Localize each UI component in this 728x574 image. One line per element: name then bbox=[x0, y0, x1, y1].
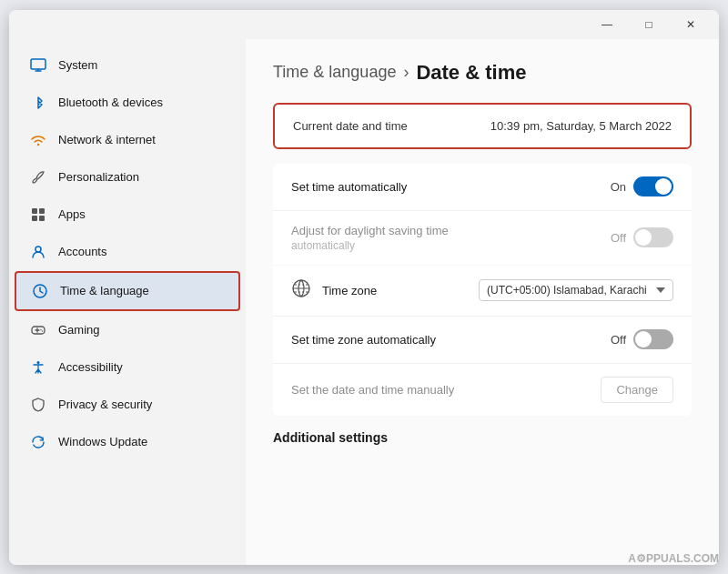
svg-rect-4 bbox=[32, 216, 37, 221]
setting-label-timezone-auto: Set time zone automatically bbox=[291, 333, 611, 347]
minimize-button[interactable]: — bbox=[586, 10, 628, 39]
setting-label-set-time-auto: Set time automatically bbox=[291, 180, 611, 194]
brush-icon bbox=[29, 168, 47, 186]
additional-settings-title: Additional settings bbox=[273, 430, 692, 445]
timezone-control: (UTC+05:00) Islamabad, Karachi bbox=[479, 279, 673, 301]
sidebar-item-network[interactable]: Network & internet bbox=[15, 122, 240, 158]
apps-icon bbox=[29, 206, 47, 224]
breadcrumb: Time & language › Date & time bbox=[273, 61, 692, 85]
wifi-icon bbox=[29, 131, 47, 149]
bluetooth-icon bbox=[29, 94, 47, 112]
toggle-daylight[interactable] bbox=[633, 227, 673, 247]
timezone-icon bbox=[291, 278, 311, 303]
svg-rect-0 bbox=[31, 59, 46, 69]
setting-control-daylight: Off bbox=[611, 227, 673, 247]
breadcrumb-chevron: › bbox=[403, 63, 409, 82]
svg-point-9 bbox=[40, 328, 41, 329]
setting-row-timezone: Time zone (UTC+05:00) Islamabad, Karachi bbox=[273, 266, 692, 317]
sidebar-item-gaming[interactable]: Gaming bbox=[15, 312, 240, 348]
content-area: System Bluetooth & devices bbox=[9, 39, 719, 565]
toggle-set-time-auto[interactable] bbox=[633, 176, 673, 196]
sidebar-item-personalization[interactable]: Personalization bbox=[15, 159, 240, 196]
sidebar-label-accounts: Accounts bbox=[58, 245, 106, 258]
sidebar-item-apps[interactable]: Apps bbox=[15, 196, 240, 233]
sidebar-label-accessibility: Accessibility bbox=[58, 360, 123, 374]
datetime-label: Current date and time bbox=[293, 119, 408, 133]
toggle-timezone-auto[interactable] bbox=[633, 329, 673, 349]
timezone-select[interactable]: (UTC+05:00) Islamabad, Karachi bbox=[479, 279, 673, 301]
sidebar-item-system[interactable]: System bbox=[15, 47, 240, 84]
maximize-button[interactable]: □ bbox=[628, 10, 670, 39]
toggle-on-label-time-auto: On bbox=[611, 180, 626, 194]
main-content: Time & language › Date & time Current da… bbox=[246, 39, 719, 565]
setting-control-manual: Change bbox=[601, 377, 673, 403]
toggle-off-label-daylight: Off bbox=[611, 231, 626, 245]
sidebar-item-privacy[interactable]: Privacy & security bbox=[15, 387, 240, 423]
timezone-label: Time zone bbox=[322, 284, 479, 297]
sidebar-item-update[interactable]: Windows Update bbox=[15, 424, 240, 460]
breadcrumb-current: Date & time bbox=[416, 61, 526, 85]
settings-section: Set time automatically On Adjust for day… bbox=[273, 164, 692, 416]
gaming-icon bbox=[29, 321, 47, 339]
svg-point-11 bbox=[37, 361, 40, 364]
setting-row-manual: Set the date and time manually Change bbox=[273, 364, 692, 416]
setting-row-timezone-auto: Set time zone automatically Off bbox=[273, 317, 692, 364]
setting-control-set-time-auto: On bbox=[611, 176, 673, 196]
breadcrumb-parent: Time & language bbox=[273, 63, 396, 82]
svg-rect-2 bbox=[32, 208, 37, 214]
sidebar-label-personalization: Personalization bbox=[58, 170, 139, 184]
sidebar-label-time: Time & language bbox=[60, 284, 149, 297]
toggle-off-label-timezone: Off bbox=[611, 333, 626, 347]
svg-point-1 bbox=[37, 143, 39, 145]
sidebar-label-network: Network & internet bbox=[58, 133, 156, 146]
change-button[interactable]: Change bbox=[601, 377, 673, 403]
sidebar-item-accounts[interactable]: Accounts bbox=[15, 234, 240, 270]
setting-row-daylight: Adjust for daylight saving time automati… bbox=[273, 211, 692, 266]
toggle-knob-time-auto bbox=[655, 178, 672, 195]
person-icon bbox=[29, 243, 47, 261]
accessibility-icon bbox=[29, 358, 47, 377]
svg-rect-5 bbox=[39, 216, 45, 221]
sidebar-item-time[interactable]: Time & language bbox=[15, 271, 240, 311]
sidebar-label-update: Windows Update bbox=[58, 435, 147, 448]
sidebar-item-bluetooth[interactable]: Bluetooth & devices bbox=[15, 85, 240, 121]
svg-point-10 bbox=[42, 330, 43, 331]
svg-rect-3 bbox=[39, 208, 45, 214]
setting-label-daylight: Adjust for daylight saving time automati… bbox=[291, 224, 611, 252]
sidebar-label-gaming: Gaming bbox=[58, 323, 100, 337]
sidebar: System Bluetooth & devices bbox=[9, 39, 246, 565]
clock-icon bbox=[31, 282, 49, 300]
sidebar-item-accessibility[interactable]: Accessibility bbox=[15, 349, 240, 386]
setting-label-manual: Set the date and time manually bbox=[291, 383, 601, 397]
toggle-knob-daylight bbox=[635, 229, 652, 246]
svg-point-6 bbox=[35, 247, 41, 252]
settings-window: — □ ✕ System Blue bbox=[9, 10, 719, 565]
update-icon bbox=[29, 433, 47, 451]
setting-row-set-time-auto: Set time automatically On bbox=[273, 164, 692, 211]
toggle-knob-timezone bbox=[635, 331, 652, 347]
monitor-icon bbox=[29, 56, 47, 75]
current-datetime-card: Current date and time 10:39 pm, Saturday… bbox=[273, 103, 692, 149]
setting-control-timezone-auto: Off bbox=[611, 329, 673, 349]
close-button[interactable]: ✕ bbox=[670, 10, 712, 39]
datetime-value: 10:39 pm, Saturday, 5 March 2022 bbox=[490, 119, 672, 133]
sidebar-label-apps: Apps bbox=[58, 207, 86, 221]
shield-icon bbox=[29, 396, 47, 414]
titlebar: — □ ✕ bbox=[9, 10, 719, 39]
sidebar-label-bluetooth: Bluetooth & devices bbox=[58, 96, 163, 109]
sidebar-label-privacy: Privacy & security bbox=[58, 398, 152, 411]
sidebar-label-system: System bbox=[58, 58, 97, 72]
